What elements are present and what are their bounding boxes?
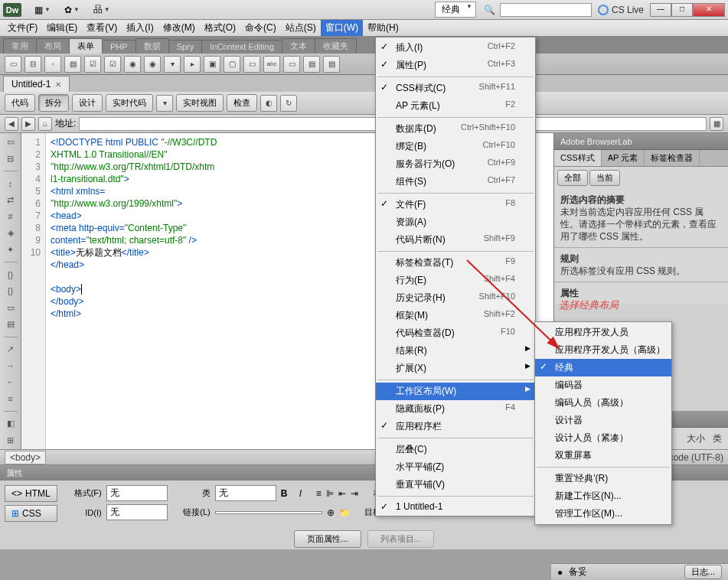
menu-item[interactable]: 标签检查器(T)F9 bbox=[376, 254, 535, 272]
spry-validation-icon[interactable]: ▤ bbox=[303, 56, 320, 73]
outdent-icon[interactable]: ← bbox=[3, 376, 18, 389]
hidden-icon[interactable]: ▫ bbox=[44, 56, 61, 73]
log-button[interactable]: 日志... bbox=[684, 565, 722, 579]
css-all-button[interactable]: 全部 bbox=[557, 170, 588, 186]
remove-comment-icon[interactable]: {} bbox=[3, 285, 18, 298]
menu-item[interactable]: 资源(A) bbox=[376, 213, 535, 231]
menu-item[interactable]: 垂直平铺(V) bbox=[376, 476, 535, 494]
open-docs-icon[interactable]: ▭ bbox=[3, 136, 18, 148]
submenu-item[interactable]: ✓经典 bbox=[535, 359, 671, 376]
menu-6[interactable]: 命令(C) bbox=[240, 20, 281, 36]
submenu-item[interactable]: 编码器 bbox=[535, 376, 671, 394]
textarea-icon[interactable]: ▤ bbox=[64, 56, 81, 73]
menu-item[interactable]: 框架(M)Shift+F2 bbox=[376, 307, 535, 324]
menu-item[interactable]: 隐藏面板(P)F4 bbox=[376, 400, 535, 418]
move-css-icon[interactable]: ↗ bbox=[3, 343, 18, 355]
outdent-btn[interactable]: ⇤ bbox=[338, 488, 346, 499]
site-dropdown[interactable]: 品▼ bbox=[88, 1, 116, 18]
label-icon[interactable]: abc bbox=[263, 56, 280, 73]
nav-icon[interactable]: ⊞ bbox=[3, 434, 18, 446]
insert-tab-1[interactable]: 布局 bbox=[36, 38, 70, 54]
insert-tab-8[interactable]: 收藏夹 bbox=[315, 38, 357, 54]
submenu-item[interactable]: 应用程序开发人员 bbox=[535, 324, 671, 341]
menu-item[interactable]: 组件(S)Ctrl+F7 bbox=[376, 173, 535, 191]
maximize-button[interactable]: □ bbox=[671, 3, 693, 17]
code-view-button[interactable]: 代码 bbox=[5, 94, 35, 112]
browser-opts-icon[interactable]: ◐ bbox=[260, 95, 277, 112]
menu-item[interactable]: ✓文件(F)F8 bbox=[376, 196, 535, 213]
menu-item[interactable]: 层叠(C) bbox=[376, 441, 535, 458]
menu-item[interactable]: ✓应用程序栏 bbox=[376, 418, 535, 435]
search-input[interactable] bbox=[500, 3, 592, 17]
id-select[interactable]: 无 bbox=[106, 504, 168, 520]
menu-5[interactable]: 格式(O) bbox=[200, 20, 240, 36]
wrap-tag-icon[interactable]: ▭ bbox=[3, 301, 18, 314]
browse-icon[interactable]: 📁 bbox=[339, 507, 351, 518]
menu-item[interactable]: 工作区布局(W)▶ bbox=[376, 383, 535, 400]
menu-item[interactable]: 水平平铺(Z) bbox=[376, 458, 535, 476]
css-tab-2[interactable]: 标签检查器 bbox=[645, 150, 700, 166]
line-numbers-icon[interactable]: # bbox=[3, 210, 18, 223]
form-icon[interactable]: ▭ bbox=[5, 56, 21, 73]
checkboxgroup-icon[interactable]: ☑ bbox=[104, 56, 121, 73]
menu-1[interactable]: 编辑(E) bbox=[42, 20, 82, 36]
document-tab[interactable]: Untitled-1✕ bbox=[3, 76, 70, 92]
menu-3[interactable]: 插入(I) bbox=[122, 20, 158, 36]
close-button[interactable]: ✕ bbox=[693, 3, 725, 17]
select-parent-icon[interactable]: ↕ bbox=[3, 178, 18, 190]
bold-button[interactable]: B bbox=[281, 488, 288, 499]
class-select[interactable]: 无 bbox=[215, 485, 276, 501]
insert-tab-7[interactable]: 文本 bbox=[282, 38, 315, 54]
menu-item[interactable]: 扩展(X)▶ bbox=[376, 360, 535, 377]
format-select[interactable]: 无 bbox=[106, 485, 168, 501]
highlight-icon[interactable]: ◈ bbox=[3, 227, 18, 239]
props-html-tab[interactable]: <>HTML bbox=[5, 485, 57, 502]
menu-item[interactable]: 结果(R)▶ bbox=[376, 342, 535, 360]
live-view-button[interactable]: 实时视图 bbox=[176, 94, 224, 112]
submenu-item[interactable]: 设计器 bbox=[535, 412, 671, 429]
menu-item[interactable]: ✓CSS样式(C)Shift+F11 bbox=[376, 80, 535, 97]
search-icon-btn[interactable]: 🔍 bbox=[481, 2, 498, 18]
layout-dropdown[interactable]: ▦▼ bbox=[29, 2, 56, 18]
insert-tab-6[interactable]: InContext Editing bbox=[201, 40, 282, 53]
menu-8[interactable]: 窗口(W) bbox=[321, 20, 363, 36]
submenu-item[interactable]: 应用程序开发人员（高级） bbox=[535, 341, 671, 359]
format-icon[interactable]: ≡ bbox=[3, 393, 18, 405]
menu-9[interactable]: 帮助(H) bbox=[363, 20, 403, 36]
refresh-icon[interactable]: ↻ bbox=[280, 95, 297, 112]
point-to-file-icon[interactable]: ⊕ bbox=[327, 507, 335, 518]
menu-4[interactable]: 修改(M) bbox=[158, 20, 200, 36]
minimize-button[interactable]: — bbox=[650, 3, 671, 17]
menu-0[interactable]: 文件(F) bbox=[3, 20, 42, 36]
submenu-item[interactable]: 设计人员（紧凑） bbox=[535, 429, 671, 447]
insert-tab-4[interactable]: 数据 bbox=[135, 38, 169, 54]
menu-item[interactable]: 代码片断(N)Shift+F9 bbox=[376, 231, 535, 249]
insert-tab-3[interactable]: PHP bbox=[102, 40, 136, 53]
checkbox-icon[interactable]: ☑ bbox=[84, 56, 101, 73]
submenu-item[interactable]: 双重屏幕 bbox=[535, 447, 671, 464]
collapse-icon[interactable]: ⊟ bbox=[3, 153, 18, 165]
addr-go-icon[interactable]: ▦ bbox=[710, 117, 723, 131]
submenu-item[interactable]: 编码人员（高级） bbox=[535, 394, 671, 412]
link-select[interactable] bbox=[215, 511, 322, 514]
fieldset-icon[interactable]: ▭ bbox=[283, 56, 300, 73]
design-view-button[interactable]: 设计 bbox=[72, 94, 103, 112]
syntax-icon[interactable]: ✦ bbox=[3, 244, 18, 256]
close-tab-icon[interactable]: ✕ bbox=[55, 80, 61, 89]
submenu-item[interactable]: 管理工作区(M)... bbox=[535, 505, 671, 523]
menu-2[interactable]: 查看(V) bbox=[82, 20, 122, 36]
recent-snippets-icon[interactable]: ▤ bbox=[3, 318, 18, 331]
italic-button[interactable]: I bbox=[299, 488, 302, 499]
browserlab-header[interactable]: Adobe BrowserLab bbox=[554, 133, 728, 150]
menu-item[interactable]: 行为(E)Shift+F4 bbox=[376, 272, 535, 289]
css-tab-1[interactable]: AP 元素 bbox=[602, 150, 645, 166]
textfield-icon[interactable]: ⊟ bbox=[24, 56, 41, 73]
workspace-dropdown[interactable]: 经典▼ bbox=[435, 2, 476, 18]
insert-tab-2[interactable]: 表单 bbox=[69, 38, 103, 54]
submenu-item[interactable]: 重置'经典'(R) bbox=[535, 470, 671, 487]
home-icon[interactable]: ⌂ bbox=[38, 117, 52, 131]
inspect-button[interactable]: 检查 bbox=[227, 94, 257, 112]
tag-selector[interactable]: <body> bbox=[5, 451, 46, 464]
radiogroup-icon[interactable]: ◉ bbox=[144, 56, 161, 73]
live-code-opts-icon[interactable]: ▾ bbox=[156, 95, 173, 112]
